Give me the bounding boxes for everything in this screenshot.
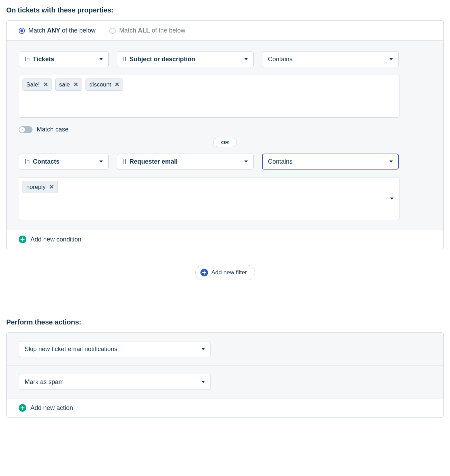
tag: discount ✕ [86, 79, 123, 91]
add-filter-button[interactable]: Add new filter [195, 265, 255, 280]
value-tagbox[interactable]: Sale! ✕ sale ✕ discount ✕ [19, 75, 399, 118]
add-condition-button[interactable]: Add new condition [7, 230, 443, 249]
action-row: Mark as spam [7, 365, 443, 398]
conditions-panel: Match ANY of the below Match ALL of the … [6, 20, 444, 249]
chevron-down-icon [201, 348, 205, 350]
tag-label: sale [59, 81, 70, 88]
actions-panel: Skip new ticket email notifications Mark… [6, 332, 444, 418]
match-any-radio[interactable]: Match ANY of the below [19, 27, 96, 34]
match-all-radio[interactable]: Match ALL of the below [109, 27, 185, 34]
match-mode-row: Match ANY of the below Match ALL of the … [7, 21, 443, 41]
chevron-down-icon [99, 58, 103, 60]
conditions-heading: On tickets with these properties: [6, 6, 444, 14]
tag: noreply ✕ [22, 181, 58, 193]
chevron-down-icon [201, 381, 205, 383]
add-filter-label: Add new filter [212, 269, 247, 276]
chevron-down-icon [389, 58, 393, 60]
tag-label: noreply [26, 184, 46, 191]
action-select[interactable]: Skip new ticket email notifications [19, 341, 211, 357]
add-action-label: Add new action [30, 404, 73, 412]
radio-icon [19, 28, 25, 34]
field-select[interactable]: If Subject or description [117, 51, 254, 67]
tag-label: Sale! [26, 81, 40, 88]
tag-remove-icon[interactable]: ✕ [73, 81, 78, 88]
condition-group-1: In Tickets If Subject or description Con… [7, 41, 443, 143]
chevron-down-icon [390, 198, 394, 200]
chevron-down-icon [99, 161, 103, 163]
field-select[interactable]: If Requester email [117, 154, 254, 170]
value-tagbox[interactable]: noreply ✕ [19, 177, 399, 220]
tag-remove-icon[interactable]: ✕ [115, 81, 119, 88]
tag: sale ✕ [55, 79, 82, 91]
operator-select[interactable]: Contains [262, 51, 399, 67]
tag-remove-icon[interactable]: ✕ [49, 183, 54, 191]
add-action-button[interactable]: Add new action [7, 398, 443, 417]
condition-group-2: OR In Contacts If Requester email Contai… [7, 143, 443, 230]
match-case-toggle[interactable]: ✕ [19, 126, 33, 133]
action-row: Skip new ticket email notifications [7, 333, 443, 365]
tag-label: discount [89, 81, 111, 88]
match-case-label: Match case [37, 126, 69, 133]
tag-remove-icon[interactable]: ✕ [43, 81, 48, 88]
group-connector: OR [213, 138, 237, 147]
plus-icon [19, 236, 26, 243]
scope-select[interactable]: In Tickets [19, 51, 109, 67]
scope-select[interactable]: In Contacts [19, 154, 109, 170]
plus-icon [200, 269, 208, 276]
tag: Sale! ✕ [22, 79, 52, 91]
filter-connector: Add new filter [6, 251, 444, 280]
add-condition-label: Add new condition [30, 236, 81, 243]
toggle-knob: ✕ [19, 127, 25, 132]
plus-icon [19, 404, 26, 412]
radio-icon [109, 28, 116, 34]
actions-heading: Perform these actions: [6, 318, 444, 326]
chevron-down-icon [244, 58, 248, 60]
operator-select[interactable]: Contains [262, 154, 399, 170]
action-select[interactable]: Mark as spam [19, 374, 211, 390]
chevron-down-icon [244, 161, 248, 163]
chevron-down-icon [389, 161, 393, 163]
